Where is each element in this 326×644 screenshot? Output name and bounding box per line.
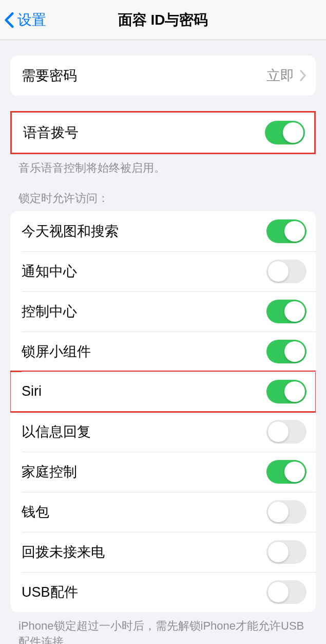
lock-access-row: 家庭控制 [10, 452, 316, 492]
lock-access-label: 钱包 [22, 503, 266, 521]
back-button[interactable]: 设置 [4, 10, 46, 30]
lock-access-label: 锁屏小组件 [22, 342, 266, 361]
voice-dial-group: 语音拨号 [10, 111, 316, 154]
toggle-knob [268, 421, 289, 442]
require-passcode-label: 需要密码 [22, 66, 266, 85]
passcode-group: 需要密码 立即 [10, 56, 316, 96]
page-title: 面容 ID与密码 [0, 10, 326, 30]
lock-access-toggle[interactable] [266, 540, 306, 564]
toggle-knob [284, 341, 305, 362]
lock-access-row: 控制中心 [10, 291, 316, 332]
toggle-knob [284, 301, 305, 322]
lock-access-footer: iPhone锁定超过一小时后，需先解锁iPhone才能允许USB配件连接。 [18, 618, 308, 644]
lock-access-label: 以信息回复 [22, 422, 266, 441]
lock-access-row: 今天视图和搜索 [10, 211, 316, 251]
lock-access-label: 控制中心 [22, 302, 266, 321]
toggle-knob [268, 582, 289, 602]
chevron-right-icon [299, 69, 306, 82]
lock-access-row: 以信息回复 [10, 412, 316, 452]
lock-access-toggle[interactable] [266, 300, 306, 323]
require-passcode-row[interactable]: 需要密码 立即 [10, 56, 316, 96]
voice-dial-footer: 音乐语音控制将始终被启用。 [18, 160, 308, 176]
lock-access-toggle[interactable] [266, 580, 306, 604]
lock-access-toggle[interactable] [266, 260, 306, 283]
lock-access-header: 锁定时允许访问： [18, 191, 308, 206]
toggle-knob [284, 381, 305, 402]
toggle-knob [268, 261, 289, 282]
lock-access-row: USB配件 [10, 572, 316, 612]
voice-dial-toggle[interactable] [265, 121, 305, 144]
chevron-left-icon [4, 12, 14, 28]
lock-access-label: USB配件 [22, 583, 266, 601]
toggle-knob [268, 542, 289, 562]
voice-dial-row: 语音拨号 [12, 113, 314, 153]
lock-access-label: 通知中心 [22, 262, 266, 281]
require-passcode-value: 立即 [266, 66, 294, 85]
lock-access-group: 今天视图和搜索通知中心控制中心锁屏小组件Siri以信息回复家庭控制钱包回拨未接来… [10, 211, 316, 612]
lock-access-row: 锁屏小组件 [10, 332, 316, 372]
lock-access-label: 今天视图和搜索 [22, 222, 266, 241]
toggle-knob [283, 122, 303, 143]
toggle-knob [268, 502, 289, 522]
lock-access-row: 钱包 [10, 492, 316, 532]
back-label: 设置 [17, 10, 46, 30]
navbar: 设置 面容 ID与密码 [0, 0, 326, 40]
toggle-knob [284, 462, 305, 482]
lock-access-toggle[interactable] [266, 420, 306, 444]
lock-access-toggle[interactable] [266, 219, 306, 243]
voice-dial-label: 语音拨号 [23, 123, 265, 142]
lock-access-toggle[interactable] [266, 460, 306, 484]
lock-access-toggle[interactable] [266, 500, 306, 524]
toggle-knob [284, 221, 305, 242]
lock-access-row: 通知中心 [10, 251, 316, 291]
lock-access-toggle[interactable] [266, 340, 306, 363]
lock-access-label: Siri [22, 383, 266, 399]
lock-access-label: 家庭控制 [22, 463, 266, 481]
lock-access-row: 回拨未接来电 [10, 532, 316, 572]
lock-access-label: 回拨未接来电 [22, 543, 266, 561]
lock-access-toggle[interactable] [266, 380, 306, 403]
lock-access-row: Siri [10, 372, 316, 412]
